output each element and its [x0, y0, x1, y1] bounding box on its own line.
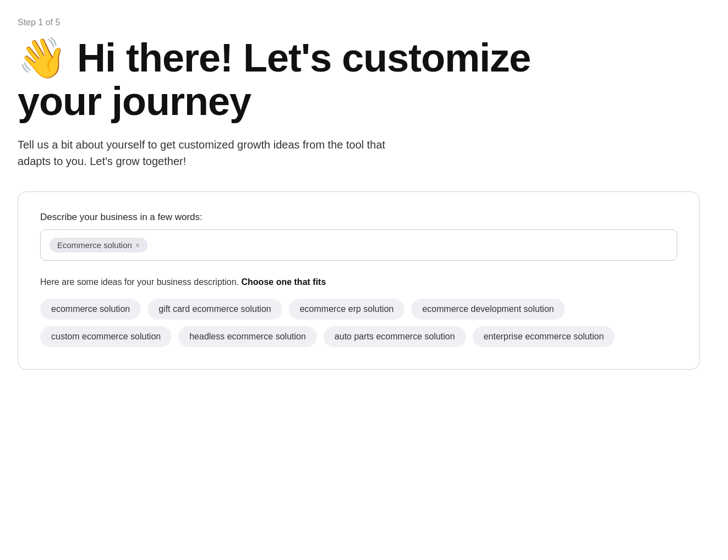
suggestion-chip[interactable]: ecommerce development solution: [411, 299, 565, 320]
ideas-label-bold: Choose one that fits: [242, 277, 326, 287]
wave-emoji: 👋: [18, 36, 67, 80]
chips-container: ecommerce solutiongift card ecommerce so…: [40, 299, 677, 347]
suggestion-chip[interactable]: gift card ecommerce solution: [147, 299, 282, 320]
suggestion-chip[interactable]: enterprise ecommerce solution: [473, 326, 615, 347]
ideas-label: Here are some ideas for your business de…: [40, 276, 677, 288]
suggestion-chip[interactable]: auto parts ecommerce solution: [324, 326, 466, 347]
suggestion-chip[interactable]: ecommerce erp solution: [289, 299, 405, 320]
subtitle: Tell us a bit about yourself to get cust…: [18, 136, 392, 169]
suggestion-chip[interactable]: custom ecommerce solution: [40, 326, 172, 347]
suggestion-chip[interactable]: headless ecommerce solution: [178, 326, 317, 347]
title-line1: Hi there! Let's customize: [77, 36, 530, 80]
current-tag: Ecommerce solution ×: [50, 238, 147, 252]
tag-remove-button[interactable]: ×: [135, 241, 140, 249]
field-label: Describe your business in a few words:: [40, 212, 677, 223]
step-indicator: Step 1 of 5: [18, 18, 710, 28]
tag-text: Ecommerce solution: [57, 240, 132, 250]
main-title: 👋 Hi there! Let's customize your journey: [18, 36, 710, 123]
title-line2: your journey: [18, 79, 251, 123]
business-description-input[interactable]: Ecommerce solution ×: [40, 229, 677, 261]
suggestion-chip[interactable]: ecommerce solution: [40, 299, 141, 320]
ideas-label-plain: Here are some ideas for your business de…: [40, 277, 239, 287]
form-card: Describe your business in a few words: E…: [18, 191, 700, 369]
